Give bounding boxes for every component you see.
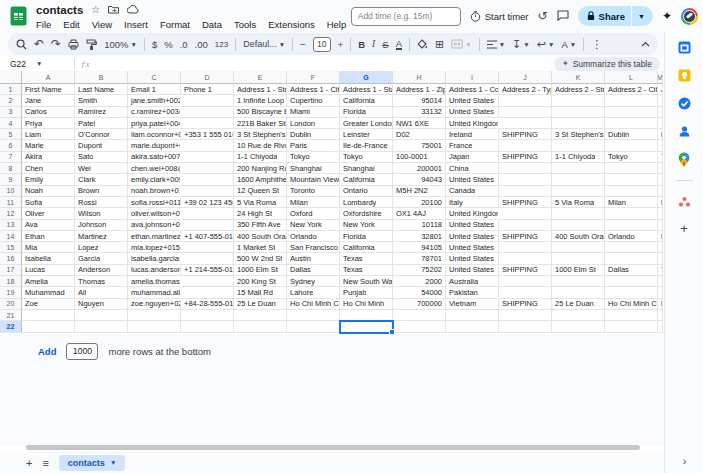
cell-M13[interactable] <box>658 220 663 231</box>
cell-M21[interactable] <box>658 310 663 321</box>
cell-C4[interactable]: priya.patel+004@example.com <box>128 118 181 129</box>
cell-K11[interactable]: 5 Via Roma <box>552 197 605 208</box>
cell-C14[interactable]: ethan.martinez+014@example.com <box>128 231 181 242</box>
menu-format[interactable]: Format <box>160 19 190 30</box>
cell-B20[interactable]: Nguyen <box>75 299 128 310</box>
get-addons-icon[interactable]: + <box>680 222 688 235</box>
cell-I6[interactable]: France <box>446 140 499 151</box>
cell-E14[interactable]: 400 South Orange Ave <box>234 231 287 242</box>
cell-J10[interactable] <box>499 186 552 197</box>
cell-L20[interactable]: Ho Chi Minh City <box>605 299 658 310</box>
cell-G20[interactable]: Ho Chi Minh <box>340 299 393 310</box>
cell-E4[interactable]: 221B Baker Street <box>234 118 287 129</box>
format-percent-button[interactable]: % <box>164 39 172 50</box>
italic-button[interactable]: I <box>372 39 375 49</box>
col-header-L[interactable]: L <box>605 71 658 84</box>
maps-icon[interactable] <box>677 152 692 167</box>
row-header-19[interactable]: 19 <box>0 287 22 298</box>
move-folder-icon[interactable] <box>108 5 119 16</box>
cell-F1[interactable]: Address 1 - City <box>287 84 340 95</box>
cell-M5[interactable]: Leinster <box>658 129 663 140</box>
cell-J18[interactable] <box>499 276 552 287</box>
cell-C11[interactable]: sofia.rossi+011@example.com <box>128 197 181 208</box>
keep-icon[interactable] <box>677 68 692 83</box>
cell-F5[interactable]: Dublin <box>287 129 340 140</box>
cell-J22[interactable] <box>499 321 552 332</box>
cell-M11[interactable]: Lombardy <box>658 197 663 208</box>
cell-J7[interactable]: SHIPPING <box>499 152 552 163</box>
cell-D1[interactable]: Phone 1 <box>181 84 234 95</box>
cell-G10[interactable]: Ontario <box>340 186 393 197</box>
cell-I22[interactable] <box>446 321 499 332</box>
cell-J1[interactable]: Address 2 - Type <box>499 84 552 95</box>
cell-B8[interactable]: Wei <box>75 163 128 174</box>
cell-L11[interactable]: Milan <box>605 197 658 208</box>
cell-K8[interactable] <box>552 163 605 174</box>
cell-D3[interactable] <box>181 107 234 118</box>
cell-G8[interactable]: Shanghai <box>340 163 393 174</box>
cell-F14[interactable]: Orlando <box>287 231 340 242</box>
cell-B22[interactable] <box>75 321 128 332</box>
cell-A3[interactable]: Carlos <box>22 107 75 118</box>
cell-E3[interactable]: 500 Biscayne Blvd <box>234 107 287 118</box>
cell-F13[interactable]: New York <box>287 220 340 231</box>
cell-E8[interactable]: 200 Nanjing Rd <box>234 163 287 174</box>
undo-icon[interactable]: ↶ <box>34 37 44 51</box>
cell-D17[interactable]: +1 214-555-0117 <box>181 265 234 276</box>
collapse-toolbar-icon[interactable] <box>641 41 650 47</box>
cell-K1[interactable]: Address 2 - Street <box>552 84 605 95</box>
addons-icon[interactable] <box>677 194 692 209</box>
cell-G18[interactable]: New South Wales <box>340 276 393 287</box>
collapse-panel-icon[interactable]: › <box>665 455 703 467</box>
cell-E20[interactable]: 25 Le Duan <box>234 299 287 310</box>
cell-E2[interactable]: 1 Infinite Loop <box>234 95 287 106</box>
cell-H18[interactable]: 2000 <box>393 276 446 287</box>
cell-K6[interactable] <box>552 140 605 151</box>
cell-C22[interactable] <box>128 321 181 332</box>
fill-color-icon[interactable] <box>417 39 428 50</box>
cell-B11[interactable]: Rossi <box>75 197 128 208</box>
cell-K17[interactable]: 1000 Elm St <box>552 265 605 276</box>
cell-I1[interactable]: Address 1 - Country <box>446 84 499 95</box>
cell-M20[interactable]: Ho Chi Minh <box>658 299 663 310</box>
cell-D13[interactable] <box>181 220 234 231</box>
cell-F10[interactable]: Toronto <box>287 186 340 197</box>
cell-F22[interactable] <box>287 321 340 332</box>
cell-I19[interactable]: Pakistan <box>446 287 499 298</box>
cell-M6[interactable] <box>658 140 663 151</box>
gemini-sparkle-icon[interactable]: ✦ <box>662 9 672 23</box>
increase-font-size-button[interactable]: + <box>338 39 344 50</box>
cell-B9[interactable]: Clark <box>75 174 128 185</box>
cell-I17[interactable]: United States <box>446 265 499 276</box>
name-box[interactable]: G22 ▼ <box>0 59 68 69</box>
cell-A16[interactable]: Isabella <box>22 253 75 264</box>
cell-C5[interactable]: liam.oconnor+005@example.com <box>128 129 181 140</box>
cell-K2[interactable] <box>552 95 605 106</box>
cell-C18[interactable]: amelia.thomas+018@example.com <box>128 276 181 287</box>
cell-F19[interactable]: Lahore <box>287 287 340 298</box>
cell-E13[interactable]: 350 Fifth Ave <box>234 220 287 231</box>
cell-H14[interactable]: 32801 <box>393 231 446 242</box>
cell-G14[interactable]: Florida <box>340 231 393 242</box>
cell-K15[interactable] <box>552 242 605 253</box>
cell-J17[interactable]: SHIPPING <box>499 265 552 276</box>
share-dropdown-caret[interactable]: ▼ <box>632 13 651 20</box>
cell-J14[interactable]: SHIPPING <box>499 231 552 242</box>
cell-D22[interactable] <box>181 321 234 332</box>
cell-M17[interactable]: Texas <box>658 265 663 276</box>
cell-C20[interactable]: zoe.nguyen+020@example.com <box>128 299 181 310</box>
cell-H6[interactable]: 75001 <box>393 140 446 151</box>
col-header-F[interactable]: F <box>287 71 340 84</box>
col-header-A[interactable]: A <box>22 71 75 84</box>
cell-G3[interactable]: Florida <box>340 107 393 118</box>
cell-H1[interactable]: Address 1 - Zip <box>393 84 446 95</box>
decrease-font-size-button[interactable]: − <box>300 39 306 50</box>
menu-tools[interactable]: Tools <box>234 19 256 30</box>
col-header-J[interactable]: J <box>499 71 552 84</box>
cell-B21[interactable] <box>75 310 128 321</box>
cell-C13[interactable]: ava.johnson+013@example.com <box>128 220 181 231</box>
row-header-9[interactable]: 9 <box>0 174 22 185</box>
cell-D11[interactable]: +39 02 123 4567 <box>181 197 234 208</box>
row-header-12[interactable]: 12 <box>0 208 22 219</box>
cell-E6[interactable]: 10 Rue de Rivoli <box>234 140 287 151</box>
